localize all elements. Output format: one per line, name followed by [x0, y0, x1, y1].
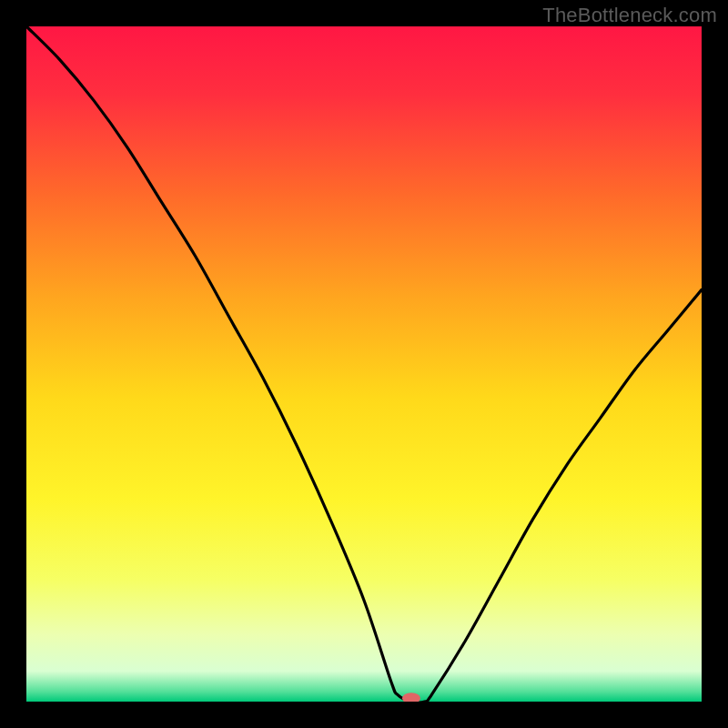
- chart-frame: TheBottleneck.com: [0, 0, 728, 728]
- svg-rect-2: [0, 0, 26, 728]
- bottleneck-chart: [0, 0, 728, 728]
- svg-rect-3: [702, 0, 728, 728]
- watermark-text: TheBottleneck.com: [542, 4, 717, 27]
- svg-rect-1: [0, 702, 728, 728]
